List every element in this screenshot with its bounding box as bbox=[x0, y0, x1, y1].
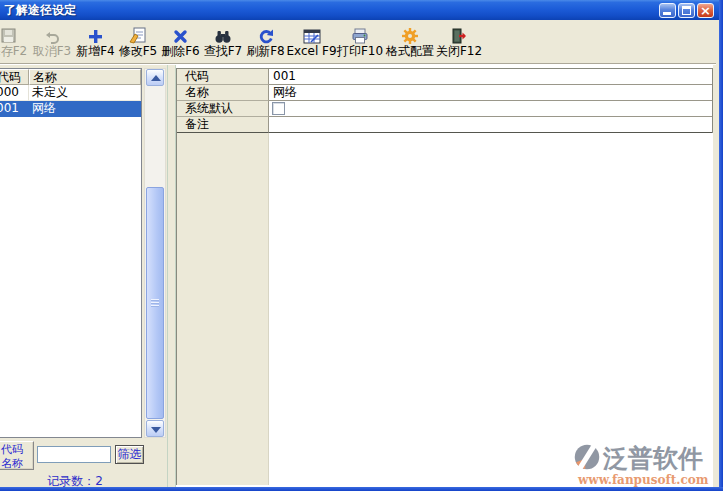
detail-form: 代码 001 名称 网络 系统默认 备注 bbox=[176, 68, 713, 133]
panel-splitter[interactable] bbox=[167, 65, 176, 487]
column-header-name[interactable]: 名称 bbox=[29, 69, 141, 85]
system-default-checkbox[interactable] bbox=[272, 102, 285, 115]
label-column-extension bbox=[176, 133, 269, 485]
refresh-icon bbox=[258, 23, 274, 44]
watermark-url: www.fanpusoft.com bbox=[578, 474, 703, 487]
column-header-code[interactable]: 代码 bbox=[0, 69, 29, 85]
list-header-row: 代码 名称 bbox=[0, 69, 141, 85]
thumb-grip-icon bbox=[151, 299, 159, 307]
refresh-button[interactable]: 刷新F8 bbox=[244, 23, 287, 61]
field-label-system-default: 系统默认 bbox=[177, 101, 269, 117]
toolbar: 保存F2 取消F3 新增F4 修改F5 bbox=[0, 20, 723, 63]
filter-field-selector: 代码 名称 bbox=[0, 441, 34, 470]
minimize-button[interactable] bbox=[659, 3, 676, 18]
add-button[interactable]: 新增F4 bbox=[74, 23, 117, 61]
field-label-remark: 备注 bbox=[177, 117, 269, 133]
delete-icon bbox=[173, 23, 188, 44]
minimize-icon bbox=[663, 12, 671, 15]
scroll-down-button[interactable] bbox=[146, 420, 164, 437]
window-border-right bbox=[719, 0, 723, 491]
watermark: 泛普软件 www.fanpusoft.com bbox=[578, 443, 703, 487]
arrow-down-icon bbox=[151, 427, 161, 433]
scrollbar-thumb[interactable] bbox=[146, 187, 164, 419]
detail-panel: 代码 001 名称 网络 系统默认 备注 bbox=[176, 65, 713, 487]
edit-icon bbox=[129, 23, 147, 44]
exit-icon bbox=[451, 23, 468, 44]
undo-icon bbox=[44, 23, 60, 44]
find-icon bbox=[214, 23, 232, 44]
list-row-000[interactable]: 000 未定义 bbox=[0, 85, 141, 101]
form-row-system-default: 系统默认 bbox=[177, 101, 712, 117]
form-row-code: 代码 001 bbox=[177, 69, 712, 85]
close-button[interactable]: × bbox=[697, 3, 714, 18]
gear-icon bbox=[402, 23, 418, 44]
list-scrollbar[interactable] bbox=[144, 68, 166, 438]
title-bar: 了解途径设定 × bbox=[0, 0, 723, 20]
filter-input[interactable] bbox=[37, 446, 111, 463]
fanpu-logo-icon bbox=[573, 443, 601, 474]
window-border-bottom bbox=[0, 487, 723, 491]
app-window: 了解途径设定 × 保存F2 取消F3 bbox=[0, 0, 723, 491]
format-config-button[interactable]: 格式配置 bbox=[384, 23, 436, 61]
watermark-brand: 泛普软件 bbox=[603, 445, 703, 473]
filter-option-name[interactable]: 名称 bbox=[0, 456, 33, 470]
filter-option-code[interactable]: 代码 bbox=[0, 442, 33, 456]
field-value-system-default bbox=[269, 101, 712, 117]
excel-icon bbox=[303, 23, 321, 44]
filter-button[interactable]: 筛选 bbox=[115, 445, 144, 464]
field-label-name: 名称 bbox=[177, 85, 269, 101]
record-list: 代码 名称 000 未定义 001 网络 bbox=[0, 68, 142, 438]
content-area: 代码 名称 000 未定义 001 网络 代码 bbox=[0, 65, 719, 487]
save-button: 保存F2 bbox=[0, 23, 30, 61]
cancel-button: 取消F3 bbox=[30, 23, 74, 61]
delete-button[interactable]: 删除F6 bbox=[159, 23, 202, 61]
scroll-up-button[interactable] bbox=[146, 69, 164, 86]
edit-button[interactable]: 修改F5 bbox=[117, 23, 159, 61]
arrow-up-icon bbox=[151, 75, 161, 81]
list-row-001-selected[interactable]: 001 网络 bbox=[0, 101, 141, 117]
print-button[interactable]: 打印F10 bbox=[336, 23, 384, 61]
close-icon: × bbox=[698, 3, 713, 18]
field-value-code[interactable]: 001 bbox=[269, 69, 712, 85]
field-value-remark[interactable] bbox=[269, 117, 712, 133]
add-icon bbox=[88, 23, 103, 44]
field-label-code: 代码 bbox=[177, 69, 269, 85]
window-title: 了解途径设定 bbox=[0, 2, 76, 19]
form-row-remark: 备注 bbox=[177, 117, 712, 133]
excel-button[interactable]: Excel F9 bbox=[287, 23, 336, 61]
save-icon bbox=[0, 23, 17, 44]
maximize-button[interactable] bbox=[678, 3, 695, 18]
field-value-name[interactable]: 网络 bbox=[269, 85, 712, 101]
maximize-icon bbox=[682, 6, 691, 15]
find-button[interactable]: 查找F7 bbox=[202, 23, 244, 61]
close-window-button[interactable]: 关闭F12 bbox=[436, 23, 482, 61]
print-icon bbox=[351, 23, 369, 44]
form-row-name: 名称 网络 bbox=[177, 85, 712, 101]
